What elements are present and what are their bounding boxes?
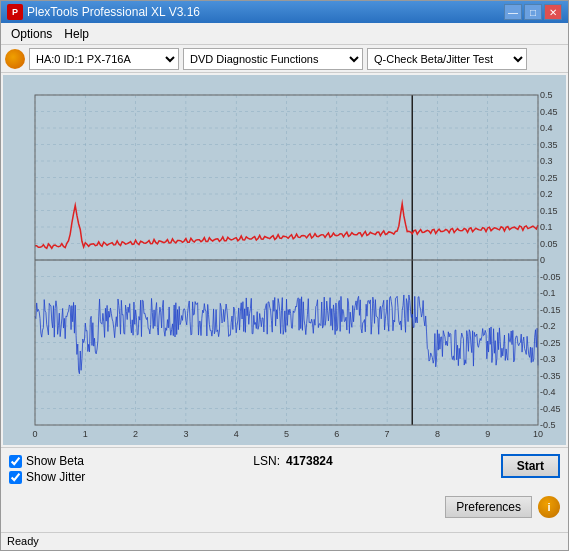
show-jitter-label: Show Jitter [26, 470, 85, 484]
window-title: PlexTools Professional XL V3.16 [27, 5, 504, 19]
chart-area: High Low [3, 75, 566, 445]
show-jitter-checkbox[interactable] [9, 471, 22, 484]
lsn-area: LSN: 4173824 [253, 454, 332, 468]
drive-select[interactable]: HA:0 ID:1 PX-716A [29, 48, 179, 70]
menu-bar: Options Help [1, 23, 568, 45]
chart-canvas [3, 75, 566, 445]
menu-options[interactable]: Options [5, 26, 58, 42]
app-icon: P [7, 4, 23, 20]
lsn-label: LSN: [253, 454, 280, 468]
menu-help[interactable]: Help [58, 26, 95, 42]
status-bar: Ready [1, 532, 568, 550]
show-beta-checkbox[interactable] [9, 455, 22, 468]
test-select[interactable]: Q-Check Beta/Jitter Test [367, 48, 527, 70]
maximize-button[interactable]: □ [524, 4, 542, 20]
title-bar: P PlexTools Professional XL V3.16 — □ ✕ [1, 1, 568, 23]
info-button[interactable]: i [538, 496, 560, 518]
preferences-button[interactable]: Preferences [445, 496, 532, 518]
checkboxes: Show Beta Show Jitter [9, 454, 85, 484]
bottom-controls-row1: Show Beta Show Jitter LSN: 4173824 Start [9, 454, 560, 490]
main-window: P PlexTools Professional XL V3.16 — □ ✕ … [0, 0, 569, 551]
lsn-value: 4173824 [286, 454, 333, 468]
show-beta-label: Show Beta [26, 454, 84, 468]
show-beta-item: Show Beta [9, 454, 84, 468]
show-jitter-item: Show Jitter [9, 470, 85, 484]
minimize-button[interactable]: — [504, 4, 522, 20]
bottom-panel: Show Beta Show Jitter LSN: 4173824 Start… [1, 447, 568, 532]
title-bar-controls: — □ ✕ [504, 4, 562, 20]
start-button[interactable]: Start [501, 454, 560, 478]
toolbar: HA:0 ID:1 PX-716A DVD Diagnostic Functio… [1, 45, 568, 73]
status-text: Ready [7, 535, 39, 547]
start-button-area: Start [501, 454, 560, 478]
function-select[interactable]: DVD Diagnostic Functions [183, 48, 363, 70]
prefs-row: Preferences i [9, 496, 560, 518]
drive-icon [5, 49, 25, 69]
close-button[interactable]: ✕ [544, 4, 562, 20]
